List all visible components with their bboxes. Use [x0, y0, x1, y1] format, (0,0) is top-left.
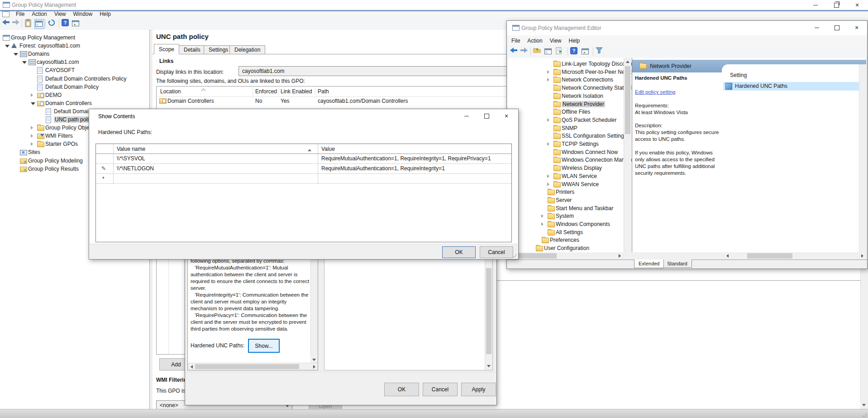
gpme-help-icon[interactable]: ? [570, 47, 579, 56]
scroll-down-icon[interactable] [310, 356, 317, 363]
main-vertical-scrollbar[interactable] [860, 268, 868, 409]
tree-item-label[interactable]: Network Provider [562, 101, 605, 107]
filter-icon[interactable] [596, 47, 605, 56]
expand-arrow-icon[interactable] [31, 134, 35, 138]
ok-button[interactable]: OK [384, 383, 419, 396]
tree-item-label[interactable]: Network Connections [562, 77, 613, 83]
col-value-name[interactable]: Value name [117, 146, 145, 152]
export-list-icon[interactable] [556, 47, 565, 56]
gpmc-restore-button[interactable] [826, 0, 846, 10]
cancel-button[interactable]: Cancel [423, 383, 458, 396]
scrollbar-thumb[interactable] [516, 253, 557, 259]
gpme-tree-item-link-layer-topology-discovery[interactable]: Link-Layer Topology Discovery [508, 60, 632, 68]
scrollbar-thumb[interactable] [486, 268, 491, 354]
resize-grip[interactable] [863, 413, 867, 417]
collapse-arrow-icon[interactable] [14, 53, 18, 58]
gpmc-tree-item-domain-controllers[interactable]: Domain Controllers [0, 99, 149, 107]
tree-item-label[interactable]: WLAN Service [562, 173, 597, 179]
tree-item-label[interactable]: Microsoft Peer-to-Peer Networking Servic… [562, 69, 632, 75]
expand-arrow-icon[interactable] [547, 183, 551, 186]
tree-item-label[interactable]: Group Policy Management [11, 34, 75, 41]
gpme-tree-item-preferences[interactable]: Preferences [508, 236, 632, 244]
tree-item-label[interactable]: Windows Connect Now [562, 149, 618, 155]
gpme-menu-file[interactable]: File [508, 37, 524, 45]
scroll-right-icon[interactable] [311, 363, 318, 370]
scroll-left-icon[interactable] [188, 363, 195, 370]
scroll-right-icon[interactable] [616, 252, 624, 259]
expand-arrow-icon[interactable] [31, 126, 35, 130]
scroll-left-icon[interactable] [724, 252, 731, 259]
gpme-tree-item-wwan-service[interactable]: WWAN Service [508, 180, 632, 188]
gpme-tree-item-qos-packet-scheduler[interactable]: QoS Packet Scheduler [508, 116, 632, 124]
tab-delegation[interactable]: Delegation [229, 45, 265, 54]
value-name-cell[interactable]: \\*\NETLOGON [117, 165, 154, 172]
tree-item-label[interactable]: Wireless Display [562, 165, 602, 171]
expand-arrow-icon[interactable] [541, 222, 545, 226]
gpme-tree-item-start-menu-and-taskbar[interactable]: Start Menu and Taskbar [508, 204, 632, 212]
tab-standard[interactable]: Standard [663, 259, 692, 268]
apply-button[interactable]: Apply [461, 383, 496, 396]
gpmc-tree-item-default-domain-policy[interactable]: Default Domain Policy [0, 83, 149, 91]
value-cell[interactable]: RequireMutualAuthentication=1, RequireIn… [321, 155, 491, 162]
tree-item-label[interactable]: Offline Files [562, 109, 590, 115]
scroll-down-icon[interactable] [860, 402, 868, 409]
col-path[interactable]: Path [318, 88, 329, 95]
gpme-tree-item-network-provider[interactable]: Network Provider [508, 100, 632, 108]
gpme-close-button[interactable]: × [847, 21, 867, 34]
gpme-console-pane-icon[interactable] [544, 47, 553, 56]
tab-details[interactable]: Details [179, 45, 205, 54]
tree-item-label[interactable]: Domain Controllers [45, 100, 92, 106]
gpme-tree-item-network-connectivity-status-indicator[interactable]: Network Connectivity Status Indicator [508, 84, 632, 92]
expand-arrow-icon[interactable] [547, 142, 551, 146]
gpme-tree-item-snmp[interactable]: SNMP [508, 124, 632, 132]
tree-item-label[interactable]: Starter GPOs [45, 141, 78, 147]
back-icon[interactable] [2, 19, 11, 28]
tree-item-label[interactable]: QoS Packet Scheduler [562, 117, 616, 123]
dialog-close-button[interactable]: × [496, 109, 516, 123]
expand-arrow-icon[interactable] [541, 214, 545, 218]
console-window-icon[interactable] [72, 19, 81, 28]
col-enforced[interactable]: Enforced [255, 88, 277, 95]
collapse-arrow-icon[interactable] [22, 61, 27, 66]
tree-item-label[interactable]: Default Domain Controllers Policy [45, 76, 126, 82]
gpmc-tree-item-demo[interactable]: DEMO [0, 91, 149, 99]
tree-item-label[interactable]: cayosoftlab1.com [37, 59, 79, 65]
dialog-minimize-button[interactable] [457, 109, 477, 123]
gpme-menu-action[interactable]: Action [524, 37, 546, 45]
gpme-menu-help[interactable]: Help [565, 37, 584, 45]
show-button[interactable]: Show... [248, 339, 280, 353]
tree-item-label[interactable]: Printers [556, 189, 574, 195]
gpmc-tree-item-cayosoftlab1-com[interactable]: cayosoftlab1.com [0, 58, 149, 66]
gpme-window-list-icon[interactable] [581, 47, 590, 56]
gpme-minimize-button[interactable] [807, 21, 827, 34]
clipboard-icon[interactable] [24, 19, 33, 28]
expand-arrow-icon[interactable] [547, 78, 551, 82]
value-row-new[interactable]: * [96, 174, 511, 184]
tree-item-label[interactable]: Group Policy Results [28, 166, 79, 172]
gpme-tree-item-system[interactable]: System [508, 212, 632, 220]
ok-button[interactable]: OK [442, 246, 476, 258]
tree-item-label[interactable]: Network Connectivity Status Indicator [562, 85, 632, 91]
scroll-right-icon[interactable] [859, 252, 866, 259]
tree-item-label[interactable]: Forest: cayosoftlab1.com [19, 43, 80, 49]
tab-settings[interactable]: Settings [204, 45, 233, 54]
gpme-forward-icon[interactable] [520, 47, 529, 56]
gpme-tree-item-printers[interactable]: Printers [508, 188, 632, 196]
setting-row-selected[interactable]: Hardened UNC Paths [723, 82, 859, 91]
gpme-list-hscrollbar[interactable] [724, 252, 866, 259]
edit-policy-setting-link[interactable]: Edit policy setting [635, 89, 676, 96]
scrollbar-thumb[interactable] [747, 253, 792, 259]
tree-item-label[interactable]: All Settings [556, 229, 583, 235]
gpme-tree-item-wlan-service[interactable]: WLAN Service [508, 172, 632, 180]
tree-item-label[interactable]: Start Menu and Taskbar [556, 205, 613, 211]
dialog-resize-grip[interactable] [512, 253, 517, 258]
gpme-tree-item-server[interactable]: Server [508, 196, 632, 204]
gpme-tree-vscrollbar[interactable] [624, 58, 631, 252]
gpme-back-icon[interactable] [510, 47, 519, 56]
gpme-tree-item-windows-components[interactable]: Windows Components [508, 220, 632, 228]
gpme-tree-item-tcpip-settings[interactable]: TCPIP Settings [508, 140, 632, 148]
help-hscrollbar[interactable] [188, 363, 318, 370]
tree-item-label[interactable]: User Configuration [544, 245, 589, 251]
gpme-tree-item-microsoft-peer-to-peer-networking-services[interactable]: Microsoft Peer-to-Peer Networking Servic… [508, 68, 632, 76]
tree-item-label[interactable]: Link-Layer Topology Discovery [562, 61, 632, 67]
